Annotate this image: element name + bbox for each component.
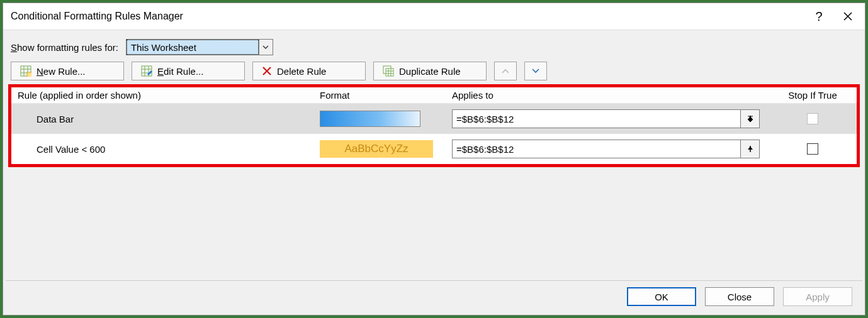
header-rule: Rule (applied in order shown) [18,90,320,101]
delete-rule-button[interactable]: Delete Rule [252,62,366,80]
rule-name: Data Bar [18,114,320,124]
range-picker-button[interactable] [741,140,760,158]
toolbar: New Rule... Edit Rule... Delete Rule [6,62,862,84]
edit-rule-icon [141,65,152,77]
apply-button[interactable]: Apply [783,287,852,306]
ok-button[interactable]: OK [627,287,696,306]
range-selector-icon [746,145,755,153]
range-selector-icon [746,114,755,123]
applies-to-input[interactable] [452,140,741,158]
stop-if-true-checkbox [807,113,818,124]
show-rules-for-row: Show formatting rules for: This Workshee… [6,35,862,62]
header-applies: Applies to [452,90,775,101]
applies-to-input[interactable] [452,109,741,128]
svg-rect-5 [27,72,31,77]
stop-if-true-cell [775,143,850,155]
databar-preview-icon [320,111,420,127]
move-up-button[interactable] [494,62,517,80]
combo-selected-value: This Worksheet [127,40,259,55]
stop-if-true-cell [775,113,850,124]
dialog-body: Show formatting rules for: This Workshee… [3,30,865,315]
rule-row[interactable]: Data Bar [11,104,857,134]
svg-rect-12 [386,69,393,76]
rule-name: Cell Value < 600 [18,144,320,155]
close-button[interactable]: Close [705,287,774,306]
header-stop: Stop If True [775,90,850,101]
chevron-up-icon [502,69,509,74]
titlebar: Conditional Formatting Rules Manager ? [3,3,865,30]
edit-rule-label: Edit Rule... [157,66,203,77]
help-button[interactable]: ? [804,7,833,26]
chevron-down-icon [262,45,269,49]
stop-if-true-checkbox[interactable] [807,143,818,155]
delete-icon [262,66,272,76]
duplicate-rule-label: Duplicate Rule [399,66,461,77]
duplicate-rule-button[interactable]: Duplicate Rule [373,62,487,80]
move-down-button[interactable] [524,62,547,80]
applies-to-cell [452,109,775,128]
new-rule-label: New Rule... [37,66,86,77]
close-window-button[interactable] [833,7,862,26]
delete-rule-label: Delete Rule [277,66,326,77]
rules-header-row: Rule (applied in order shown) Format App… [11,87,857,104]
rule-format-preview: AaBbCcYyZz [320,140,452,158]
chevron-down-icon [532,69,539,74]
duplicate-icon [383,65,394,77]
range-picker-button[interactable] [741,109,760,128]
show-rules-for-combo[interactable]: This Worksheet [126,39,273,55]
combo-dropdown-button[interactable] [259,40,273,55]
edit-rule-button[interactable]: Edit Rule... [132,62,245,80]
rules-list: Rule (applied in order shown) Format App… [8,84,860,167]
applies-to-cell [452,140,775,158]
rule-row[interactable]: Cell Value < 600 AaBbCcYyZz [11,134,857,164]
dialog-footer: OK Close Apply [6,280,862,315]
close-icon [843,12,852,21]
new-rule-button[interactable]: New Rule... [11,62,124,80]
header-format: Format [320,90,452,101]
dialog-title: Conditional Formatting Rules Manager [11,11,804,22]
show-rules-for-label: Show formatting rules for: [11,42,118,53]
rule-format-preview [320,111,452,127]
svg-rect-6 [142,66,152,76]
dialog-frame: Conditional Formatting Rules Manager ? S… [3,3,865,315]
format-sample-text: AaBbCcYyZz [320,140,433,158]
new-rule-icon [20,65,31,77]
